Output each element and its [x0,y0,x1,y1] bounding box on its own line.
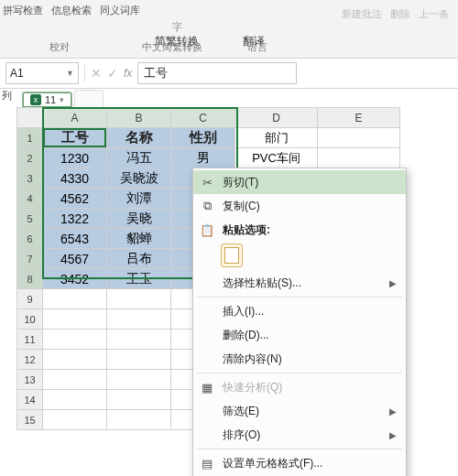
quick-analysis-icon: ▦ [199,381,215,395]
cell[interactable]: 4562 [43,189,107,209]
ribbon-groups: 校对 中文简繁转换 语言 [0,40,458,55]
ribbon-group-proofing: 校对 [0,40,119,54]
chevron-right-icon: ▶ [389,406,397,416]
menu-filter[interactable]: 筛选(E)▶ [193,399,406,423]
menu-quick-analysis: ▦快速分析(Q) [193,375,406,399]
col-header-E[interactable]: E [318,108,400,128]
cell[interactable]: 王玉 [107,269,171,289]
row-header[interactable]: 2 [17,148,43,168]
row-header[interactable]: 6 [17,229,43,249]
scissors-icon: ✂ [199,176,215,189]
cell[interactable]: 工号 [43,128,107,148]
cell[interactable] [318,148,400,168]
col-header-D[interactable]: D [235,108,318,128]
name-box[interactable]: A1 ▼ [5,62,79,84]
workbook-tab-label: 11 [45,94,56,105]
menu-delete[interactable]: 删除(D)... [193,323,406,347]
ribbon-group-language: 语言 [225,40,289,54]
cell[interactable] [43,289,107,309]
cancel-icon: ✕ [91,66,102,81]
workbook-tab-ghost[interactable] [74,90,104,107]
menu-insert[interactable]: 插入(I)... [193,299,406,323]
ribbon: 拼写检查 信息检索 同义词库 新建批注 删除 上一条 字简繁转换 翻译 校对 中… [0,0,458,59]
format-icon: ▤ [199,457,215,471]
cell[interactable]: 男 [171,148,235,168]
select-all-corner[interactable] [17,108,43,128]
formula-input[interactable]: 工号 [137,62,297,84]
cell[interactable] [107,410,171,430]
cell[interactable]: 貂蝉 [107,229,171,249]
cell[interactable]: 1322 [43,209,107,229]
menu-separator [197,297,402,298]
chevron-right-icon: ▶ [389,430,397,440]
row-header[interactable]: 15 [17,410,43,430]
cell[interactable] [107,390,171,410]
context-menu: ✂剪切(T) ⧉复制(C) 📋粘贴选项: 选择性粘贴(S)...▶ 插入(I).… [192,168,407,476]
cell[interactable]: 1230 [43,148,107,168]
tab-dropdown-icon[interactable]: ▾ [60,95,64,104]
excel-icon: x [30,94,41,105]
cell[interactable] [43,410,107,430]
menu-separator [197,449,402,449]
cell[interactable] [43,350,107,370]
cell[interactable] [107,370,171,390]
menu-clear[interactable]: 清除内容(N) [193,347,406,371]
copy-icon: ⧉ [199,199,215,213]
cell[interactable]: 4567 [43,249,107,269]
cell[interactable]: 刘潭 [107,189,171,209]
menu-paste-special[interactable]: 选择性粘贴(S)...▶ [193,271,406,295]
clipboard-icon: 📋 [199,223,215,237]
row-header[interactable]: 13 [17,370,43,390]
row-header[interactable]: 7 [17,249,43,269]
row-header[interactable]: 1 [17,128,43,148]
cell[interactable]: 吴晓 [107,209,171,229]
cell[interactable]: 3452 [43,269,107,289]
menu-format-cells[interactable]: ▤设置单元格格式(F)... [193,451,406,475]
separator [84,65,85,81]
enter-icon: ✓ [107,66,118,81]
row-header[interactable]: 3 [17,168,43,189]
menu-cut[interactable]: ✂剪切(T) [193,170,406,194]
chevron-right-icon: ▶ [389,278,397,288]
cell[interactable]: 吴晓波 [107,168,171,189]
row-header[interactable]: 12 [17,350,43,370]
row-header[interactable]: 5 [17,209,43,229]
row-header[interactable]: 9 [17,289,43,309]
row-header[interactable]: 8 [17,269,43,289]
ribbon-group-convert: 中文简繁转换 [122,40,223,54]
formula-bar: A1 ▼ ✕ ✓ fx 工号 [0,59,458,89]
row-header[interactable]: 10 [17,309,43,330]
cell[interactable]: 吕布 [107,249,171,269]
col-header-C[interactable]: C [171,108,235,128]
menu-copy[interactable]: ⧉复制(C) [193,194,406,218]
cell[interactable] [107,289,171,309]
workbook-tabs: x 11 ▾ [16,87,400,107]
fx-icon[interactable]: fx [124,67,132,80]
cell[interactable] [43,309,107,330]
row-header[interactable]: 14 [17,390,43,410]
row-header[interactable]: 11 [17,330,43,350]
cell[interactable]: 冯五 [107,148,171,168]
ribbon-mid-row: 字简繁转换 翻译 [0,16,458,40]
cell[interactable]: 名称 [107,128,171,148]
name-box-dropdown-icon[interactable]: ▼ [66,69,74,78]
cell[interactable] [107,350,171,370]
cell[interactable]: 部门 [235,128,318,148]
cell[interactable] [43,330,107,350]
menu-sort[interactable]: 排序(O)▶ [193,423,406,447]
paste-option-button[interactable] [221,243,243,267]
cell[interactable] [318,128,400,148]
menu-paste-options: 📋粘贴选项: [193,218,406,242]
cell[interactable] [107,309,171,330]
cell[interactable]: 6543 [43,229,107,249]
cell[interactable] [107,330,171,350]
cell[interactable] [43,370,107,390]
col-header-A[interactable]: A [43,108,107,128]
col-header-B[interactable]: B [107,108,171,128]
cell[interactable]: 性别 [171,128,235,148]
cell[interactable]: PVC车间 [235,148,318,168]
cell[interactable]: 4330 [43,168,107,189]
cell[interactable] [43,390,107,410]
workbook-tab[interactable]: x 11 ▾ [22,92,72,107]
row-header[interactable]: 4 [17,189,43,209]
